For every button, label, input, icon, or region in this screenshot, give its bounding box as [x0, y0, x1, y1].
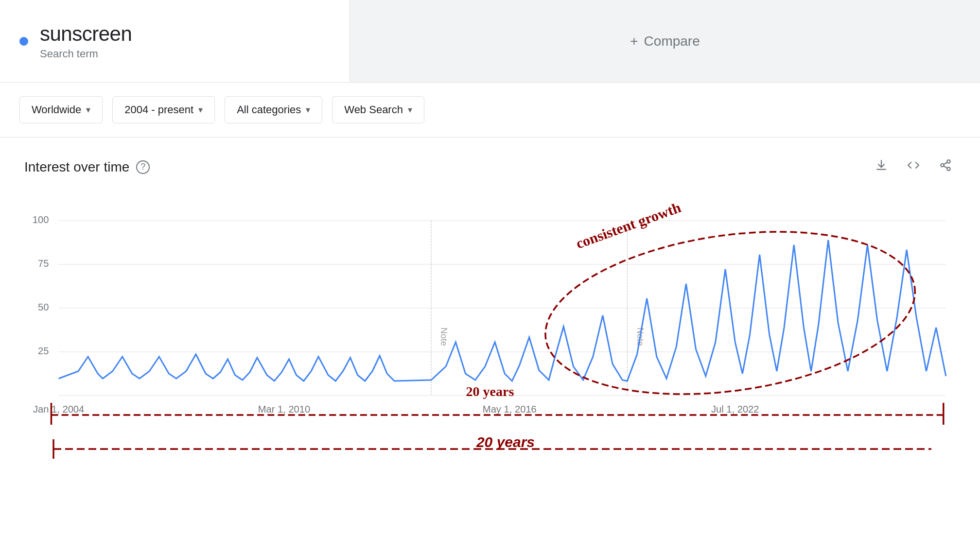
- category-chevron-icon: ▾: [306, 104, 310, 115]
- svg-line-4: [944, 162, 947, 164]
- svg-text:Mar 1, 2010: Mar 1, 2010: [258, 404, 311, 415]
- chart-container: 100 75 50 25 Note Note Jan 1, 2004 Mar 1…: [24, 191, 956, 425]
- twenty-years-bracket: 20 years: [49, 434, 931, 478]
- download-button[interactable]: [871, 157, 892, 177]
- search-term-name: sunscreen: [40, 22, 132, 46]
- svg-text:May 1, 2016: May 1, 2016: [483, 404, 537, 415]
- svg-text:75: 75: [38, 258, 49, 269]
- search-term-dot: [19, 37, 28, 46]
- chart-svg: 100 75 50 25 Note Note Jan 1, 2004 Mar 1…: [24, 191, 956, 425]
- embed-button[interactable]: [903, 157, 924, 177]
- svg-point-0: [947, 160, 950, 163]
- share-button[interactable]: [935, 157, 956, 177]
- svg-text:Jul 1, 2022: Jul 1, 2022: [711, 404, 759, 415]
- chart-header: Interest over time ?: [24, 157, 956, 177]
- compare-plus-icon: +: [630, 34, 638, 49]
- svg-text:50: 50: [38, 302, 49, 312]
- region-chevron-icon: ▾: [86, 104, 90, 115]
- svg-text:100: 100: [33, 214, 49, 225]
- filters-section: Worldwide ▾ 2004 - present ▾ All categor…: [0, 83, 980, 138]
- svg-text:Note: Note: [439, 328, 449, 346]
- time-range-chevron-icon: ▾: [198, 104, 203, 115]
- region-label: Worldwide: [32, 104, 81, 116]
- search-type-filter[interactable]: Web Search ▾: [332, 96, 424, 123]
- region-filter[interactable]: Worldwide ▾: [19, 96, 103, 123]
- compare-box[interactable]: + Compare: [350, 0, 980, 82]
- svg-point-2: [947, 167, 950, 171]
- svg-text:Jan 1, 2004: Jan 1, 2004: [33, 404, 84, 415]
- search-term-type: Search term: [40, 48, 132, 60]
- compare-button[interactable]: + Compare: [630, 34, 700, 49]
- chart-section: Interest over time ?: [0, 138, 980, 483]
- svg-point-1: [941, 164, 944, 167]
- time-range-label: 2004 - present: [124, 104, 193, 116]
- search-type-chevron-icon: ▾: [408, 104, 412, 115]
- category-label: All categories: [237, 104, 301, 116]
- chart-title: Interest over time: [24, 159, 129, 175]
- svg-line-3: [944, 166, 947, 168]
- chart-actions: [871, 157, 956, 177]
- term-label: sunscreen Search term: [40, 22, 132, 60]
- svg-text:20 years: 20 years: [476, 434, 535, 450]
- compare-label: Compare: [644, 34, 700, 49]
- category-filter[interactable]: All categories ▾: [225, 96, 322, 123]
- svg-text:25: 25: [38, 346, 49, 356]
- top-section: sunscreen Search term + Compare: [0, 0, 980, 83]
- time-range-filter[interactable]: 2004 - present ▾: [112, 96, 215, 123]
- chart-title-area: Interest over time ?: [24, 159, 150, 175]
- search-term-box: sunscreen Search term: [0, 0, 350, 82]
- search-type-label: Web Search: [344, 104, 403, 116]
- help-icon[interactable]: ?: [136, 160, 150, 174]
- bottom-annotation: 20 years: [24, 430, 956, 473]
